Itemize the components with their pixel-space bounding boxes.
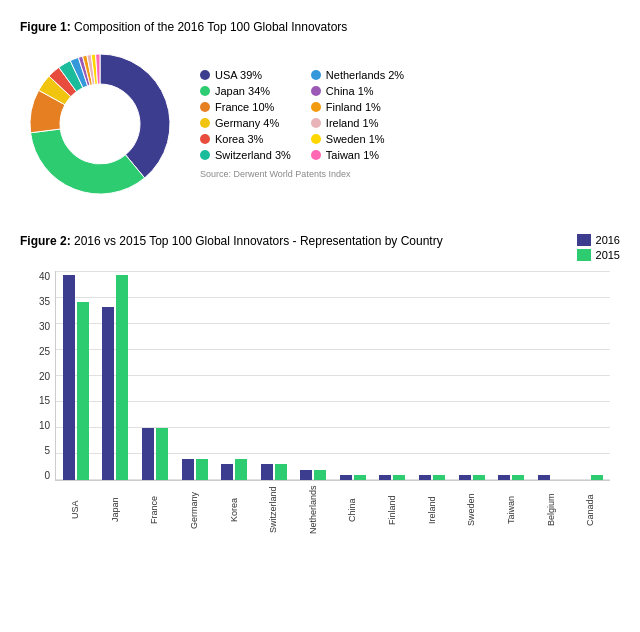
legend-dot (200, 70, 210, 80)
bar-2015 (116, 275, 128, 480)
figure1-section: Figure 1: Composition of the 2016 Top 10… (20, 20, 620, 204)
x-axis-label: Korea (214, 485, 254, 535)
legend-dot (200, 102, 210, 112)
fig2-legend-rect (577, 234, 591, 246)
y-axis-label: 20 (20, 371, 50, 382)
x-axis-label: China (332, 485, 372, 535)
legend-dot (311, 118, 321, 128)
bar-group (254, 464, 294, 480)
legend-label: Netherlands 2% (326, 69, 404, 81)
bar-group (452, 475, 492, 480)
bar-group (135, 428, 175, 481)
x-axis-label: Canada (570, 485, 610, 535)
bar-chart: 0510152025303540 USAJapanFranceGermanyKo… (55, 271, 610, 531)
figure1-body: USA 39%Japan 34%France 10%Germany 4%Kore… (20, 44, 620, 204)
legend-col-left: USA 39%Japan 34%France 10%Germany 4%Kore… (200, 69, 291, 161)
legend-label: Germany 4% (215, 117, 279, 129)
legend-item: Japan 34% (200, 85, 291, 97)
legend-dot (200, 86, 210, 96)
bar-2015 (354, 475, 366, 480)
figure2-section: Figure 2: 2016 vs 2015 Top 100 Global In… (20, 234, 620, 531)
legend-label: Korea 3% (215, 133, 263, 145)
bar-2016 (459, 475, 471, 480)
bar-2015 (591, 475, 603, 480)
y-axis-label: 40 (20, 271, 50, 282)
bar-group (531, 475, 571, 480)
bar-2015 (156, 428, 168, 481)
figure1-legend: USA 39%Japan 34%France 10%Germany 4%Kore… (200, 69, 620, 179)
bar-group (412, 475, 452, 480)
x-axis-label: Belgium (531, 485, 571, 535)
bar-2016 (419, 475, 431, 480)
x-axis-label: France (134, 485, 174, 535)
bar-2016 (182, 459, 194, 480)
x-axis-label: Finland (372, 485, 412, 535)
legend-dot (311, 86, 321, 96)
legend-label: France 10% (215, 101, 274, 113)
legend-label: Taiwan 1% (326, 149, 379, 161)
x-axis-label: Sweden (451, 485, 491, 535)
x-axis-label: USA (55, 485, 95, 535)
bar-2016 (498, 475, 510, 480)
y-axis-label: 10 (20, 420, 50, 431)
bar-2015 (393, 475, 405, 480)
bar-2015 (196, 459, 208, 480)
legend-dot (311, 70, 321, 80)
x-axis-label: Netherlands (293, 485, 333, 535)
figure1-title: Figure 1: Composition of the 2016 Top 10… (20, 20, 620, 34)
bar-2016 (221, 464, 233, 480)
legend-label: Sweden 1% (326, 133, 385, 145)
legend-item: Switzerland 3% (200, 149, 291, 161)
legend-dot (200, 150, 210, 160)
x-axis-label: Switzerland (253, 485, 293, 535)
legend-dot (311, 134, 321, 144)
legend-dot (200, 134, 210, 144)
bar-2016 (142, 428, 154, 481)
bar-2016 (538, 475, 550, 480)
figure2-legend: 20162015 (577, 234, 620, 261)
legend-label: USA 39% (215, 69, 262, 81)
bar-group (373, 475, 413, 480)
y-axis-label: 30 (20, 321, 50, 332)
legend-item: Korea 3% (200, 133, 291, 145)
bar-2015 (275, 464, 287, 480)
x-axis-label: Japan (95, 485, 135, 535)
figure1-source: Source: Derwent World Patents Index (200, 169, 620, 179)
legend-dot (200, 118, 210, 128)
legend-item: Taiwan 1% (311, 149, 404, 161)
legend-item: China 1% (311, 85, 404, 97)
legend-item: Germany 4% (200, 117, 291, 129)
donut-chart (20, 44, 180, 204)
legend-dot (311, 150, 321, 160)
bar-2015 (512, 475, 524, 480)
figure2-header: Figure 2: 2016 vs 2015 Top 100 Global In… (20, 234, 620, 261)
bar-2016 (300, 470, 312, 481)
y-axis-label: 15 (20, 395, 50, 406)
y-axis-label: 25 (20, 346, 50, 357)
bar-2015 (433, 475, 445, 480)
bar-group (214, 459, 254, 480)
bar-2016 (261, 464, 273, 480)
bar-2015 (314, 470, 326, 481)
bar-2016 (102, 307, 114, 480)
bar-group (175, 459, 215, 480)
fig2-legend-label: 2016 (596, 234, 620, 246)
bar-2015 (77, 302, 89, 481)
legend-item: Sweden 1% (311, 133, 404, 145)
legend-item: Ireland 1% (311, 117, 404, 129)
legend-label: Ireland 1% (326, 117, 379, 129)
figure2-title: Figure 2: 2016 vs 2015 Top 100 Global In… (20, 234, 443, 248)
bar-2015 (235, 459, 247, 480)
legend-label: China 1% (326, 85, 374, 97)
legend-col-right: Netherlands 2%China 1%Finland 1%Ireland … (311, 69, 404, 161)
fig2-legend-rect (577, 249, 591, 261)
bars-row (56, 271, 610, 480)
legend-item: Finland 1% (311, 101, 404, 113)
x-labels: USAJapanFranceGermanyKoreaSwitzerlandNet… (55, 485, 610, 535)
legend-label: Japan 34% (215, 85, 270, 97)
bar-2015 (473, 475, 485, 480)
bar-group (491, 475, 531, 480)
fig2-legend-item: 2015 (577, 249, 620, 261)
bar-group (333, 475, 373, 480)
legend-label: Switzerland 3% (215, 149, 291, 161)
